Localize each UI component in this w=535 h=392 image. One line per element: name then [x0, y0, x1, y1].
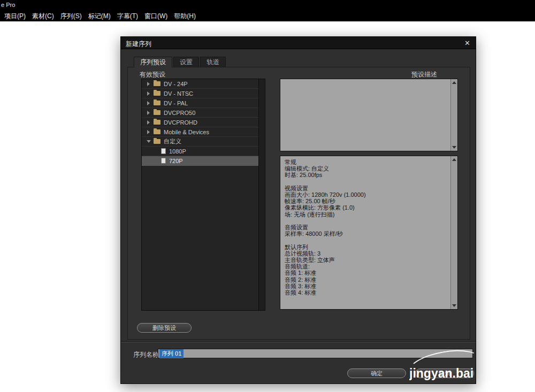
- menu-window[interactable]: 窗口(W): [144, 12, 167, 21]
- menu-clip[interactable]: 素材(C): [32, 12, 54, 21]
- preset-details-box: 常规 编辑模式: 自定义 时基: 25.00fps 视频设置 画面大小: 128…: [280, 156, 458, 310]
- cancel-button[interactable]: 取消: [415, 368, 474, 378]
- folder-icon: [154, 91, 160, 96]
- dialog-title: 新建序列: [126, 40, 151, 49]
- chevron-right-icon[interactable]: [145, 91, 152, 96]
- menu-bar: e Pro 项目(P) 素材(C) 序列(S) 标记(M) 字幕(T) 窗口(W…: [0, 0, 535, 21]
- scroll-down-icon[interactable]: [452, 304, 456, 307]
- bottom-divider: [121, 341, 476, 342]
- chevron-right-icon[interactable]: [145, 101, 152, 105]
- preset-description-text: [285, 82, 449, 149]
- folder-icon: [154, 120, 160, 125]
- tree-item-1080p[interactable]: 1080P: [142, 147, 258, 156]
- file-icon: [161, 148, 166, 154]
- folder-icon: [154, 101, 160, 105]
- tree-item-label: DVCPRO50: [164, 110, 195, 116]
- preset-description-box: [280, 79, 458, 151]
- description-scrollbar[interactable]: [450, 79, 457, 151]
- new-sequence-dialog: 新建序列 ✕ 序列预设 设置 轨道 有效预设 预设描述 DV - 24P DV …: [120, 36, 476, 384]
- folder-icon: [154, 129, 160, 134]
- details-scrollbar[interactable]: [450, 156, 457, 309]
- chevron-right-icon[interactable]: [145, 120, 152, 125]
- preset-tree-rows: DV - 24P DV - NTSC DV - PAL DVCPRO50 DVC: [142, 79, 258, 310]
- tree-item-label: Mobile & Devices: [164, 129, 209, 135]
- tree-item-label: DVCPROHD: [164, 119, 197, 126]
- tree-scrollbar[interactable]: [258, 79, 265, 310]
- sequence-name-label: 序列名称:: [133, 350, 160, 359]
- dialog-titlebar: 新建序列 ✕: [121, 37, 476, 49]
- tree-item-dv-24p[interactable]: DV - 24P: [142, 79, 258, 89]
- sequence-name-input[interactable]: 序列 01: [158, 349, 473, 358]
- chevron-down-icon[interactable]: [145, 140, 152, 143]
- delete-preset-button[interactable]: 删除预设: [137, 323, 192, 333]
- chevron-right-icon[interactable]: [145, 111, 152, 115]
- tree-item-dv-pal[interactable]: DV - PAL: [142, 98, 258, 108]
- menu-help[interactable]: 帮助(H): [174, 12, 196, 21]
- tree-item-label: 720P: [169, 158, 183, 164]
- tree-item-label: 自定义: [164, 137, 181, 145]
- dialog-tabs: 序列预设 设置 轨道: [134, 57, 227, 67]
- tree-item-label: DV - 24P: [164, 81, 188, 87]
- available-presets-label: 有效预设: [140, 70, 165, 79]
- chevron-right-icon[interactable]: [145, 82, 152, 86]
- scroll-down-icon[interactable]: [452, 146, 456, 149]
- menu-title[interactable]: 字幕(T): [117, 12, 138, 21]
- tab-settings[interactable]: 设置: [173, 57, 199, 67]
- preset-description-label: 预设描述: [411, 70, 437, 79]
- tree-item-dvcprohd[interactable]: DVCPROHD: [142, 118, 258, 127]
- tree-item-label: DV - PAL: [164, 100, 188, 106]
- scroll-up-icon[interactable]: [452, 81, 456, 84]
- chevron-right-icon[interactable]: [145, 130, 152, 134]
- folder-icon: [154, 110, 160, 115]
- menu-project[interactable]: 项目(P): [4, 12, 26, 21]
- sequence-name-value: 序列 01: [159, 349, 184, 358]
- scroll-up-icon[interactable]: [452, 158, 456, 161]
- tree-item-label: 1080P: [169, 148, 186, 155]
- menu-row: 项目(P) 素材(C) 序列(S) 标记(M) 字幕(T) 窗口(W) 帮助(H…: [4, 12, 196, 21]
- folder-icon: [154, 139, 160, 144]
- close-icon[interactable]: ✕: [463, 39, 472, 48]
- preset-details-text: 常规 编辑模式: 自定义 时基: 25.00fps 视频设置 画面大小: 128…: [285, 159, 449, 307]
- preset-tree: DV - 24P DV - NTSC DV - PAL DVCPRO50 DVC: [141, 79, 265, 311]
- tree-item-720p[interactable]: 720P: [142, 156, 258, 166]
- window-title: e Pro: [1, 2, 15, 8]
- tree-item-dv-ntsc[interactable]: DV - NTSC: [142, 89, 258, 98]
- tree-item-mobile-devices[interactable]: Mobile & Devices: [142, 127, 258, 137]
- tree-item-custom[interactable]: 自定义: [142, 137, 258, 147]
- file-icon: [161, 158, 166, 164]
- menu-sequence[interactable]: 序列(S): [60, 12, 82, 21]
- tab-sequence-presets[interactable]: 序列预设: [134, 57, 172, 67]
- ok-button[interactable]: 确定: [347, 368, 406, 378]
- tree-item-dvcpro50[interactable]: DVCPRO50: [142, 108, 258, 118]
- tree-item-label: DV - NTSC: [164, 90, 193, 97]
- folder-icon: [154, 81, 160, 86]
- menu-marker[interactable]: 标记(M): [88, 12, 111, 21]
- tab-tracks[interactable]: 轨道: [200, 57, 226, 67]
